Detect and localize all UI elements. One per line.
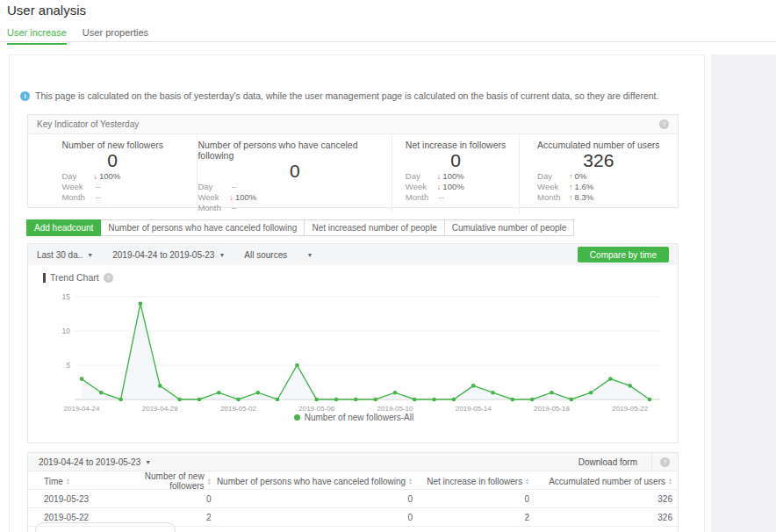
table-date-range-select[interactable]: 2019-04-24 to 2019-05-23 ▼ — [39, 457, 151, 467]
table-row: 2019-05-22 2 0 2 326 — [28, 508, 678, 527]
metric-tab-canceled-following[interactable]: Number of persons who have canceled foll… — [100, 219, 305, 236]
chevron-down-icon: ▼ — [219, 252, 225, 258]
download-form-button[interactable]: Download form — [564, 457, 651, 467]
legend-dot-icon — [294, 414, 300, 421]
line-chart-svg: 510152019-04-242019-04-282019-05-022019-… — [37, 285, 671, 417]
sort-icon[interactable]: ▲▼ — [668, 478, 672, 485]
metric-tab-group: Add headcount Number of persons who have… — [27, 219, 574, 236]
compare-by-time-button[interactable]: Compare by time — [578, 247, 669, 262]
metric-tab-cumulative[interactable]: Cumulative number of people — [444, 219, 575, 236]
data-table-section: 2019-04-24 to 2019-05-23 ▼ Download form… — [27, 452, 679, 532]
metric-value: 0 — [61, 150, 163, 171]
table-help-cell[interactable]: ? — [651, 453, 678, 471]
table-row: 2019-05-23 0 0 0 326 — [28, 490, 678, 508]
page-title: User analysis — [7, 3, 86, 18]
svg-text:2019-04-28: 2019-04-28 — [142, 405, 178, 413]
trend-up-icon: ↑ — [569, 171, 573, 182]
help-icon: ? — [660, 457, 670, 467]
svg-text:2019-05-06: 2019-05-06 — [298, 405, 334, 413]
col-header-accumulated-users[interactable]: Accumulated number of users ▲▼ — [535, 477, 678, 486]
metric-net-increase: Net increase in followers 0 Day ↓ 100% W… — [392, 134, 518, 213]
trend-down-icon: ↓ — [437, 171, 442, 182]
notice-text: This page is calculated on the basis of … — [35, 90, 658, 101]
period-row: Day -- — [198, 182, 392, 192]
svg-text:2019-04-24: 2019-04-24 — [64, 405, 100, 413]
period-row: Day ↓ 100% — [61, 171, 163, 182]
info-icon: i — [20, 91, 30, 101]
period-row: Month -- — [198, 203, 392, 213]
period-row: Month -- — [406, 192, 506, 203]
trend-up-icon: ↑ — [569, 182, 573, 192]
date-range-select[interactable]: 2019-04-24 to 2019-05-23 ▼ — [112, 250, 225, 260]
period-row: Day ↓ 100% — [406, 171, 506, 182]
sort-icon[interactable]: ▲▼ — [207, 478, 212, 485]
period-row: Week ↓ 100% — [406, 182, 506, 192]
period-row: Month ↑ 8.3% — [537, 192, 659, 203]
trend-line-chart: 510152019-04-242019-04-282019-05-022019-… — [37, 285, 671, 417]
svg-text:15: 15 — [62, 292, 71, 301]
chart-title: Trend Chart — [50, 272, 99, 283]
chevron-down-icon: ▼ — [145, 459, 151, 465]
help-icon[interactable]: ? — [659, 119, 669, 129]
period-row: Month -- — [61, 192, 163, 203]
source-select[interactable]: All sources ▼ — [244, 250, 313, 260]
chevron-down-icon: ▼ — [306, 252, 313, 258]
metric-value: 326 — [537, 150, 659, 171]
svg-text:2019-05-22: 2019-05-22 — [612, 405, 648, 413]
trend-down-icon: ↓ — [229, 192, 234, 203]
metric-label: Number of new followers — [61, 140, 163, 150]
sort-icon[interactable]: ▲▼ — [408, 478, 413, 485]
period-row: Day ↑ 0% — [537, 171, 659, 182]
metric-value: 0 — [198, 161, 392, 182]
metric-tab-add-headcount[interactable]: Add headcount — [26, 219, 101, 236]
chevron-down-icon: ▼ — [87, 252, 93, 258]
page-header: User analysis User increase User propert… — [0, 0, 776, 42]
table-row: 2019-05-21 3 0 3 324 — [28, 527, 678, 532]
chart-filter-bar: Last 30 da.. ▼ 2019-04-24 to 2019-05-23 … — [28, 244, 678, 265]
col-header-time[interactable]: Time ▲▼ — [28, 477, 132, 486]
help-icon[interactable]: ? — [104, 273, 113, 283]
table-toolbar: 2019-04-24 to 2019-05-23 ▼ Download form… — [28, 453, 678, 471]
svg-text:10: 10 — [62, 327, 71, 335]
range-preset-select[interactable]: Last 30 da.. ▼ — [37, 250, 93, 260]
metric-new-followers: Number of new followers 0 Day ↓ 100% Wee… — [28, 134, 197, 213]
key-indicator-title: Key Indicator of Yesterday — [37, 119, 139, 129]
metric-label: Accumulated number of users — [537, 140, 659, 150]
main-content-card: i This page is calculated on the basis o… — [9, 54, 705, 532]
svg-text:2019-05-02: 2019-05-02 — [220, 405, 256, 413]
svg-text:2019-05-14: 2019-05-14 — [456, 405, 492, 413]
trend-down-icon: ↓ — [93, 171, 97, 182]
svg-text:2019-05-18: 2019-05-18 — [534, 405, 570, 413]
period-row: Week ↑ 1.6% — [537, 182, 659, 192]
trend-chart-section: Last 30 da.. ▼ 2019-04-24 to 2019-05-23 … — [27, 243, 679, 443]
sort-icon[interactable]: ▲▼ — [525, 478, 529, 485]
sort-icon[interactable]: ▲▼ — [66, 478, 70, 485]
tab-bar: User increase User properties — [7, 27, 148, 45]
col-header-new-followers[interactable]: Number of new followers ▲▼ — [132, 471, 216, 491]
notice-banner: i This page is calculated on the basis o… — [20, 90, 658, 101]
metric-accumulated-users: Accumulated number of users 326 Day ↑ 0%… — [519, 134, 678, 213]
metric-label: Net increase in followers — [406, 140, 506, 150]
tab-user-properties[interactable]: User properties — [83, 27, 148, 45]
period-row: Week -- — [61, 182, 163, 192]
table-header-row: Time ▲▼ Number of new followers ▲▼ Numbe… — [28, 471, 678, 490]
key-indicator-panel: Key Indicator of Yesterday ? Number of n… — [27, 114, 679, 208]
svg-text:5: 5 — [66, 361, 70, 370]
title-bar-mark — [43, 273, 46, 283]
period-row: Week ↓ 100% — [198, 192, 392, 203]
tab-user-increase[interactable]: User increase — [7, 27, 67, 45]
metric-value: 0 — [406, 150, 506, 171]
header-divider — [0, 41, 776, 42]
legend-item-new-followers[interactable]: Number of new followers-All — [28, 413, 679, 422]
metric-canceled-following: Number of persons who have canceled foll… — [197, 134, 392, 213]
metric-label: Number of persons who have canceled foll… — [198, 140, 392, 161]
svg-text:2019-05-10: 2019-05-10 — [377, 405, 413, 413]
trend-up-icon: ↑ — [569, 192, 573, 203]
chart-title-row: Trend Chart ? — [43, 272, 113, 283]
right-gutter — [711, 54, 776, 532]
trend-down-icon: ↓ — [437, 182, 442, 192]
col-header-canceled-following[interactable]: Number of persons who have canceled foll… — [217, 477, 418, 486]
metric-tab-net-increase[interactable]: Net increased number of people — [304, 219, 444, 236]
col-header-net-increase[interactable]: Net increase in followers ▲▼ — [418, 477, 535, 486]
